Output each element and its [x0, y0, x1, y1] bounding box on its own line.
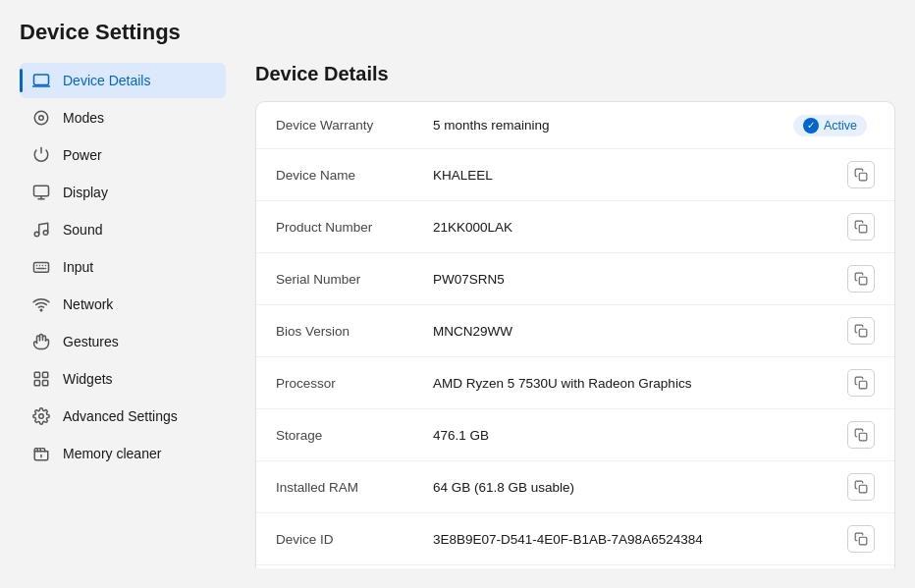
- sidebar-label-modes: Modes: [63, 110, 104, 126]
- copy-button[interactable]: [847, 317, 875, 345]
- sidebar-label-input: Input: [63, 259, 93, 275]
- sidebar-item-gestures[interactable]: Gestures: [20, 324, 226, 359]
- copy-button[interactable]: [847, 369, 875, 397]
- memory-icon: [31, 444, 51, 463]
- table-row: Bios Version MNCN29WW: [256, 305, 894, 357]
- row-value-processor: AMD Ryzen 5 7530U with Radeon Graphics: [433, 376, 847, 391]
- sidebar-item-display[interactable]: Display: [20, 175, 226, 210]
- row-value-device-id: 3E8B9E07-D541-4E0F-B1AB-7A98A6524384: [433, 532, 847, 547]
- row-actions-product-number: [847, 213, 875, 241]
- row-label-warranty: Device Warranty: [276, 118, 433, 133]
- power-icon: [31, 145, 51, 165]
- wifi-icon: [31, 294, 51, 314]
- sidebar-label-gestures: Gestures: [63, 334, 119, 349]
- row-actions-device-id: [847, 525, 875, 553]
- row-value-product-number: 21KK000LAK: [433, 220, 847, 235]
- svg-rect-0: [34, 75, 49, 85]
- svg-rect-6: [34, 263, 49, 273]
- display-icon: [31, 183, 51, 202]
- sound-icon: [31, 220, 51, 240]
- copy-button[interactable]: [847, 525, 875, 553]
- sidebar-item-device-details[interactable]: Device Details: [20, 63, 226, 98]
- table-row: Storage 476.1 GB: [256, 409, 894, 461]
- widgets-icon: [31, 369, 51, 389]
- svg-point-2: [39, 116, 44, 121]
- sidebar: Device Details Modes Power: [20, 63, 226, 568]
- row-actions-bios: [847, 317, 875, 345]
- row-actions-warranty: ✓ Active: [793, 115, 875, 136]
- row-value-device-name: KHALEEL: [433, 168, 847, 183]
- sidebar-label-memory-cleaner: Memory cleaner: [63, 446, 161, 461]
- row-actions-ram: [847, 473, 875, 501]
- table-row: Processor AMD Ryzen 5 7530U with Radeon …: [256, 357, 894, 409]
- svg-point-4: [34, 232, 39, 237]
- sidebar-item-widgets[interactable]: Widgets: [20, 361, 226, 397]
- laptop-icon: [31, 71, 51, 90]
- svg-rect-3: [34, 186, 49, 196]
- svg-rect-21: [859, 537, 867, 545]
- row-label-device-name: Device Name: [276, 168, 433, 183]
- svg-rect-15: [859, 225, 867, 233]
- sidebar-label-advanced-settings: Advanced Settings: [63, 408, 178, 424]
- sidebar-item-power[interactable]: Power: [20, 137, 226, 173]
- row-value-bios-version: MNCN29WW: [433, 324, 847, 339]
- row-value-warranty: 5 months remaining: [433, 118, 793, 133]
- svg-rect-20: [859, 485, 867, 493]
- row-value-serial-number: PW07SRN5: [433, 272, 847, 287]
- row-actions-processor: [847, 369, 875, 397]
- row-label-bios-version: Bios Version: [276, 324, 433, 339]
- table-row: Serial Number PW07SRN5: [256, 253, 894, 305]
- table-row: Device Warranty 5 months remaining ✓ Act…: [256, 102, 894, 149]
- table-row: Product Number 21KK000LAK: [256, 201, 894, 253]
- page-title: Device Settings: [20, 20, 895, 45]
- section-title: Device Details: [255, 63, 895, 85]
- row-label-product-number: Product Number: [276, 220, 433, 235]
- sidebar-item-input[interactable]: Input: [20, 249, 226, 285]
- row-actions-serial-number: [847, 265, 875, 293]
- copy-button[interactable]: [847, 213, 875, 241]
- svg-rect-8: [34, 372, 39, 377]
- row-label-processor: Processor: [276, 376, 433, 391]
- svg-rect-10: [34, 381, 39, 386]
- sidebar-label-sound: Sound: [63, 222, 102, 238]
- sidebar-label-display: Display: [63, 185, 108, 200]
- copy-button[interactable]: [847, 265, 875, 293]
- table-row: Installed RAM 64 GB (61.8 GB usable): [256, 461, 894, 513]
- gestures-icon: [31, 332, 51, 351]
- copy-button[interactable]: [847, 473, 875, 501]
- table-row: Device ID 3E8B9E07-D541-4E0F-B1AB-7A98A6…: [256, 513, 894, 565]
- svg-point-1: [34, 111, 48, 125]
- settings-icon: [31, 406, 51, 426]
- copy-button[interactable]: [847, 161, 875, 188]
- svg-rect-16: [859, 277, 867, 285]
- row-value-storage: 476.1 GB: [433, 428, 847, 443]
- sidebar-item-network[interactable]: Network: [20, 287, 226, 322]
- svg-point-7: [40, 309, 42, 311]
- svg-rect-9: [43, 372, 48, 377]
- svg-rect-14: [859, 173, 867, 181]
- row-actions-storage: [847, 421, 875, 449]
- svg-rect-17: [859, 329, 867, 337]
- keyboard-icon: [31, 257, 51, 277]
- sidebar-label-power: Power: [63, 147, 102, 163]
- sidebar-item-sound[interactable]: Sound: [20, 212, 226, 247]
- row-value-ram: 64 GB (61.8 GB usable): [433, 480, 847, 495]
- row-label-ram: Installed RAM: [276, 480, 433, 495]
- row-label-storage: Storage: [276, 428, 433, 443]
- main-content: Device Details Device Warranty 5 months …: [226, 63, 895, 568]
- sidebar-item-memory-cleaner[interactable]: Memory cleaner: [20, 436, 226, 471]
- sidebar-label-network: Network: [63, 296, 113, 312]
- row-label-serial-number: Serial Number: [276, 272, 433, 287]
- sidebar-item-modes[interactable]: Modes: [20, 100, 226, 135]
- active-badge: ✓ Active: [793, 115, 867, 136]
- svg-rect-18: [859, 381, 867, 389]
- sidebar-label-widgets: Widgets: [63, 371, 113, 387]
- copy-button[interactable]: [847, 421, 875, 449]
- sidebar-item-advanced-settings[interactable]: Advanced Settings: [20, 399, 226, 434]
- table-row: Device Name KHALEEL: [256, 149, 894, 201]
- svg-rect-19: [859, 433, 867, 441]
- svg-point-12: [39, 414, 44, 419]
- svg-rect-11: [43, 381, 48, 386]
- sidebar-label-device-details: Device Details: [63, 73, 150, 88]
- table-row: Product ID 00330-80000-00000-AA540: [256, 565, 894, 568]
